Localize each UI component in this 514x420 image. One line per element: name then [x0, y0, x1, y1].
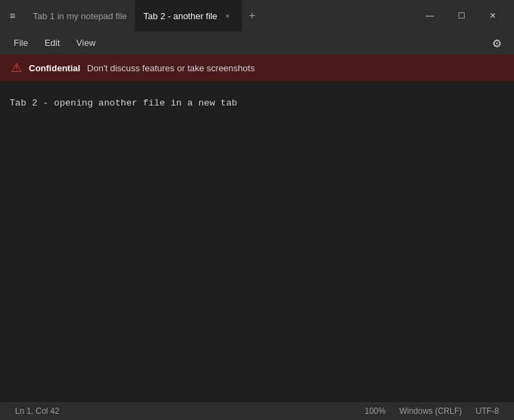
- menu-items: File Edit View: [5, 32, 103, 55]
- tab-2-close[interactable]: ×: [221, 10, 234, 22]
- menu-edit[interactable]: Edit: [36, 32, 68, 55]
- window-controls: — ☐ ✕: [414, 5, 509, 27]
- maximize-button[interactable]: ☐: [445, 5, 477, 27]
- status-zoom: 100%: [358, 406, 393, 416]
- new-tab-button[interactable]: +: [242, 5, 262, 26]
- status-encoding: UTF-8: [469, 406, 506, 416]
- banner-bold-text: Confidential: [29, 63, 80, 73]
- status-bar: Ln 1, Col 42 100% Windows (CRLF) UTF-8: [0, 402, 514, 420]
- editor-area[interactable]: Tab 2 - opening another file in a new ta…: [0, 81, 514, 402]
- tab-2-label: Tab 2 - another file: [143, 11, 217, 21]
- settings-button[interactable]: ⚙: [485, 32, 509, 55]
- editor-content: Tab 2 - opening another file in a new ta…: [10, 98, 237, 108]
- menu-view[interactable]: View: [68, 32, 103, 55]
- status-position: Ln 1, Col 42: [8, 406, 66, 416]
- status-line-ending: Windows (CRLF): [393, 406, 469, 416]
- warning-icon: ⚠: [11, 60, 22, 75]
- tab-1-label: Tab 1 in my notepad file: [33, 11, 127, 21]
- close-button[interactable]: ✕: [477, 5, 509, 27]
- app-icon: ≡: [5, 9, 19, 23]
- tab-2[interactable]: Tab 2 - another file ×: [135, 0, 242, 32]
- tab-1[interactable]: Tab 1 in my notepad file: [25, 0, 135, 32]
- menu-bar: File Edit View ⚙: [0, 32, 514, 55]
- menu-file[interactable]: File: [5, 32, 36, 55]
- title-bar: ≡ Tab 1 in my notepad file Tab 2 - anoth…: [0, 0, 514, 32]
- banner-message: Don't discuss features or take screensho…: [87, 63, 255, 73]
- minimize-button[interactable]: —: [414, 5, 445, 27]
- confidential-banner: ⚠ Confidential Don't discuss features or…: [0, 55, 514, 81]
